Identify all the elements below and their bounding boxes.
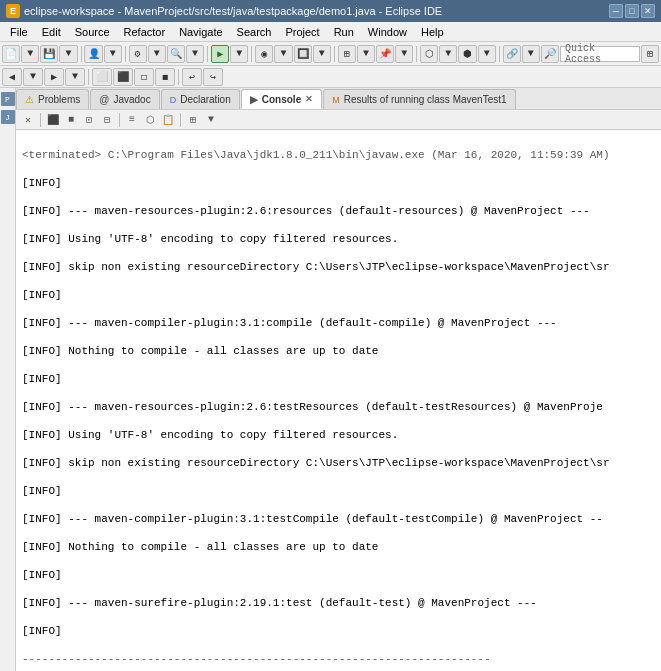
info-line-11: [INFO] skip non existing resourceDirecto… bbox=[22, 456, 655, 470]
info-line-14: [INFO] Nothing to compile - all classes … bbox=[22, 540, 655, 554]
console-btn3[interactable]: ⊡ bbox=[81, 112, 97, 128]
toolbar2-btn5[interactable]: ⬜ bbox=[92, 68, 112, 86]
toolbar-btn8[interactable]: 🔍 bbox=[167, 45, 185, 63]
info-line-5: [INFO] bbox=[22, 288, 655, 302]
console-clear-btn[interactable]: ✕ bbox=[20, 112, 36, 128]
tab-results[interactable]: M Results of running class MavenTest1 bbox=[323, 89, 515, 109]
menu-file[interactable]: File bbox=[4, 24, 34, 40]
minimize-button[interactable]: ─ bbox=[609, 4, 623, 18]
toolbar-btn10[interactable]: ▼ bbox=[230, 45, 248, 63]
console-btn6[interactable]: ⬡ bbox=[142, 112, 158, 128]
sidebar-icon1[interactable]: P bbox=[1, 92, 15, 106]
console-btn1[interactable]: ⬛ bbox=[45, 112, 61, 128]
info-line-13: [INFO] --- maven-compiler-plugin:3.1:tes… bbox=[22, 512, 655, 526]
toolbar-btn9[interactable]: ▼ bbox=[186, 45, 204, 63]
tab-console[interactable]: ▶ Console ✕ bbox=[241, 89, 322, 109]
toolbar-btn20[interactable]: ▼ bbox=[439, 45, 457, 63]
toolbar-btn3[interactable]: ▼ bbox=[59, 45, 77, 63]
toolbar-btn1[interactable]: ▼ bbox=[21, 45, 39, 63]
main-layout: P J ⚠ Problems @ Javadoc D Declaration ▶… bbox=[0, 88, 661, 671]
toolbar-btn25[interactable]: 🔎 bbox=[541, 45, 559, 63]
toolbar-btn6[interactable]: ⚙ bbox=[129, 45, 147, 63]
toolbar-btn19[interactable]: ⬡ bbox=[420, 45, 438, 63]
toolbar2-btn9[interactable]: ↩ bbox=[182, 68, 202, 86]
toolbar2-btn4[interactable]: ▼ bbox=[65, 68, 85, 86]
problems-icon: ⚠ bbox=[25, 94, 34, 105]
close-button[interactable]: ✕ bbox=[641, 4, 655, 18]
toolbar-btn16[interactable]: ▼ bbox=[357, 45, 375, 63]
tab-javadoc[interactable]: @ Javadoc bbox=[90, 89, 159, 109]
info-line-17: [INFO] bbox=[22, 624, 655, 638]
toolbar2-btn2[interactable]: ▼ bbox=[23, 68, 43, 86]
window-title: eclipse-workspace - MavenProject/src/tes… bbox=[24, 5, 442, 17]
info-line-3: [INFO] Using 'UTF-8' encoding to copy fi… bbox=[22, 232, 655, 246]
separator9 bbox=[178, 69, 179, 85]
toolbar-btn17[interactable]: 📌 bbox=[376, 45, 394, 63]
info-line-4: [INFO] skip non existing resourceDirecto… bbox=[22, 260, 655, 274]
menu-bar: File Edit Source Refactor Navigate Searc… bbox=[0, 22, 661, 42]
toolbar-layout-btn[interactable]: ⊞ bbox=[641, 45, 659, 63]
console-sep3 bbox=[180, 113, 181, 127]
console-btn9[interactable]: ▼ bbox=[203, 112, 219, 128]
tab-problems[interactable]: ⚠ Problems bbox=[16, 89, 89, 109]
info-line-10: [INFO] Using 'UTF-8' encoding to copy fi… bbox=[22, 428, 655, 442]
info-line-8: [INFO] bbox=[22, 372, 655, 386]
menu-source[interactable]: Source bbox=[69, 24, 116, 40]
separator5 bbox=[334, 46, 335, 62]
toolbar-btn15[interactable]: ⊞ bbox=[338, 45, 356, 63]
results-icon: M bbox=[332, 95, 340, 105]
app-icon: E bbox=[6, 4, 20, 18]
new-button[interactable]: 📄 bbox=[2, 45, 20, 63]
separator2 bbox=[125, 46, 126, 62]
toolbar2-btn6[interactable]: ⬛ bbox=[113, 68, 133, 86]
sidebar-icon2[interactable]: J bbox=[1, 110, 15, 124]
info-line-12: [INFO] bbox=[22, 484, 655, 498]
toolbar-btn12[interactable]: ▼ bbox=[274, 45, 292, 63]
toolbar-btn14[interactable]: ▼ bbox=[313, 45, 331, 63]
toolbar-btn4[interactable]: 👤 bbox=[84, 45, 102, 63]
declaration-icon: D bbox=[170, 95, 177, 105]
menu-search[interactable]: Search bbox=[231, 24, 278, 40]
toolbar-btn5[interactable]: ▼ bbox=[104, 45, 122, 63]
tab-declaration[interactable]: D Declaration bbox=[161, 89, 240, 109]
toolbar-btn2[interactable]: 💾 bbox=[40, 45, 58, 63]
maximize-button[interactable]: □ bbox=[625, 4, 639, 18]
toolbar-btn22[interactable]: ▼ bbox=[478, 45, 496, 63]
info-line-2: [INFO] --- maven-resources-plugin:2.6:re… bbox=[22, 204, 655, 218]
separator1 bbox=[81, 46, 82, 62]
toolbar2-btn8[interactable]: ◼ bbox=[155, 68, 175, 86]
toolbar-row1: 📄 ▼ 💾 ▼ 👤 ▼ ⚙ ▼ 🔍 ▼ ▶ ▼ ◉ ▼ 🔲 ▼ ⊞ ▼ 📌 ▼ … bbox=[0, 42, 661, 66]
menu-window[interactable]: Window bbox=[362, 24, 413, 40]
separator6 bbox=[416, 46, 417, 62]
toolbar-btn21[interactable]: ⬢ bbox=[458, 45, 476, 63]
quick-access-field[interactable]: Quick Access bbox=[560, 46, 640, 62]
console-btn5[interactable]: ≡ bbox=[124, 112, 140, 128]
toolbar-btn23[interactable]: 🔗 bbox=[503, 45, 521, 63]
toolbar-btn24[interactable]: ▼ bbox=[522, 45, 540, 63]
toolbar-btn18[interactable]: ▼ bbox=[395, 45, 413, 63]
menu-edit[interactable]: Edit bbox=[36, 24, 67, 40]
console-btn2[interactable]: ■ bbox=[63, 112, 79, 128]
menu-refactor[interactable]: Refactor bbox=[118, 24, 172, 40]
menu-help[interactable]: Help bbox=[415, 24, 450, 40]
toolbar-btn11[interactable]: ◉ bbox=[255, 45, 273, 63]
console-close-icon[interactable]: ✕ bbox=[305, 94, 313, 104]
toolbar-btn13[interactable]: 🔲 bbox=[294, 45, 312, 63]
toolbar2-btn3[interactable]: ▶ bbox=[44, 68, 64, 86]
console-btn8[interactable]: ⊞ bbox=[185, 112, 201, 128]
console-btn4[interactable]: ⊟ bbox=[99, 112, 115, 128]
console-btn7[interactable]: 📋 bbox=[160, 112, 176, 128]
toolbar2-btn7[interactable]: ◻ bbox=[134, 68, 154, 86]
menu-run[interactable]: Run bbox=[328, 24, 360, 40]
console-output: <terminated> C:\Program Files\Java\jdk1.… bbox=[16, 130, 661, 671]
info-line-15: [INFO] bbox=[22, 568, 655, 582]
left-sidebar: P J bbox=[0, 88, 16, 671]
toolbar-btn7[interactable]: ▼ bbox=[148, 45, 166, 63]
run-button[interactable]: ▶ bbox=[211, 45, 229, 63]
toolbar2-btn1[interactable]: ◀ bbox=[2, 68, 22, 86]
menu-navigate[interactable]: Navigate bbox=[173, 24, 228, 40]
toolbar2-btn10[interactable]: ↪ bbox=[203, 68, 223, 86]
separator4 bbox=[251, 46, 252, 62]
menu-project[interactable]: Project bbox=[279, 24, 325, 40]
tab-declaration-label: Declaration bbox=[180, 94, 231, 105]
